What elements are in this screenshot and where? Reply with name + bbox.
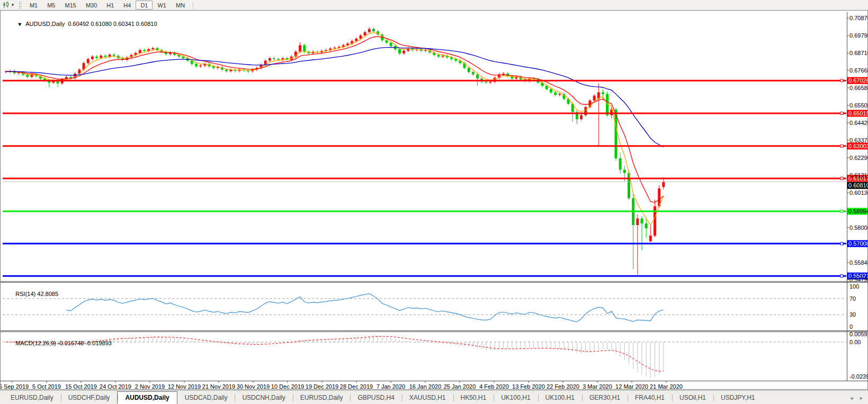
- y-axis-tick-label: 0.66580: [849, 85, 868, 91]
- x-axis-date-label: 30 Nov 2019: [237, 383, 270, 390]
- price-line-handle[interactable]: [840, 243, 843, 245]
- rsi-axis-label: 30: [849, 311, 856, 318]
- y-axis-tick-label: 0.67660: [849, 67, 868, 74]
- chart-tab-uk100-h1[interactable]: UK100,H1: [538, 392, 582, 404]
- timeframe-button-h1[interactable]: H1: [102, 1, 119, 10]
- price-line-handle[interactable]: [840, 177, 843, 179]
- x-axis-date-label: 5 Oct 2019: [32, 383, 61, 390]
- timeframe-button-m30[interactable]: M30: [81, 1, 102, 10]
- x-axis-date-label: 24 Oct 2019: [100, 383, 131, 390]
- x-axis-date-label: 19 Dec 2019: [306, 383, 338, 390]
- timeframe-button-w1[interactable]: W1: [153, 1, 171, 10]
- y-axis-tick-label: 0.54790: [849, 276, 868, 283]
- chart-tab-audusd-daily[interactable]: AUDUSD,Daily: [117, 391, 177, 404]
- x-axis-date-label: 22 Feb 2020: [547, 383, 579, 390]
- price-line-handle[interactable]: [840, 210, 843, 213]
- x-axis-date-label: 3 Mar 2020: [583, 383, 612, 390]
- y-axis-tick-label: 0.63370: [849, 137, 868, 143]
- chart-tab-usdjpy-h1[interactable]: USDJPY,H1: [713, 392, 762, 404]
- macd-axis-label: 0.005923: [849, 331, 868, 337]
- chart-ohlc-values: 0.60492 0.61080 0.60341 0.60810: [68, 21, 157, 27]
- timeframe-button-mn[interactable]: MN: [171, 1, 190, 10]
- price-line-handle[interactable]: [840, 112, 843, 114]
- chevron-down-icon[interactable]: ▼: [11, 3, 15, 7]
- x-axis-date-label: 21 Mar 2020: [650, 383, 683, 390]
- plot-background: [2, 12, 847, 381]
- x-axis-date-label: 12 Mar 2020: [615, 383, 648, 390]
- x-axis-date-label: 4 Feb 2020: [479, 383, 509, 390]
- timeframe-toolbar: ▼ M1M5M15M30H1H4D1W1MN: [0, 0, 868, 10]
- chart-tab-fra40-h1[interactable]: FRA40,H1: [628, 392, 672, 404]
- x-axis-date-label: 26 Sep 2019: [1, 383, 29, 390]
- current-price-label: 0.60810: [848, 182, 868, 188]
- app-window: ▼ M1M5M15M30H1H4D1W1MN ▼AUDUSD,Daily 0.6…: [0, 0, 868, 404]
- chart-tab-bar: EURUSD,DailyUSDCHF,DailyAUDUSD,DailyUSDC…: [0, 390, 868, 404]
- chart-tab-usdchf-daily[interactable]: USDCHF,Daily: [61, 392, 118, 404]
- chart-tab-eurusd-daily[interactable]: EURUSD,Daily: [293, 392, 351, 404]
- timeframe-button-d1[interactable]: D1: [136, 1, 153, 10]
- x-axis-date-label: 15 Oct 2019: [65, 383, 97, 390]
- x-axis-date-label: 21 Nov 2019: [202, 383, 235, 390]
- timeframe-button-m1[interactable]: M1: [25, 1, 42, 10]
- macd-name: MACD(12,26,9): [15, 340, 56, 346]
- x-axis-date-label: 13 Feb 2020: [512, 383, 545, 390]
- y-axis-tick-label: 0.62290: [849, 155, 868, 161]
- timeframe-button-m15[interactable]: M15: [60, 1, 80, 10]
- price-line-badge-label: 0.58994: [848, 208, 868, 214]
- y-axis-tick-label: 0.55840: [849, 259, 868, 266]
- timeframe-button-h4[interactable]: H4: [119, 1, 136, 10]
- macd-axis-label: 0.00: [849, 339, 861, 345]
- chart-tab-hk50-h1[interactable]: HK50,H1: [453, 392, 494, 404]
- price-line-badge-label: 0.65015: [848, 110, 868, 116]
- chart-title: ▼AUDUSD,Daily 0.60492 0.61080 0.60341 0.…: [8, 14, 157, 33]
- chart-tab-uk100-h1[interactable]: UK100,H1: [494, 392, 538, 404]
- y-axis-tick-label: 0.69790: [849, 32, 868, 39]
- macd-indicator-label: MACD(12,26,9) -0.016748 -0.019893: [6, 334, 112, 353]
- tab-scroll-left-icon[interactable]: ◄: [849, 396, 854, 401]
- macd-axis-label: -0.023944: [849, 373, 868, 380]
- tab-scroll-right-icon[interactable]: ►: [859, 396, 864, 401]
- x-axis-labels: 26 Sep 20195 Oct 201915 Oct 201924 Oct 2…: [1, 381, 683, 390]
- x-axis-date-label: 12 Nov 2019: [168, 383, 201, 390]
- x-axis-date-label: 7 Jan 2020: [377, 383, 405, 390]
- candlestick-chart-icon[interactable]: [2, 1, 10, 9]
- price-line-badge-label: 0.57008: [848, 240, 868, 247]
- x-axis-date-label: 28 Dec 2019: [340, 383, 373, 390]
- y-axis-tick-label: 0.64420: [849, 120, 868, 126]
- macd-values: -0.016748 -0.019893: [58, 340, 112, 346]
- price-line-handle[interactable]: [840, 79, 843, 82]
- y-axis-tick-label: 0.60130: [849, 190, 868, 196]
- rsi-axis-label: 70: [849, 295, 856, 302]
- rsi-axis-label: 100: [849, 283, 859, 290]
- price-line-badge-label: 0.67026: [848, 77, 868, 84]
- chart-tab-usdcnh-daily[interactable]: USDCNH,Daily: [235, 392, 292, 404]
- y-axis-tick-label: 0.68710: [849, 50, 868, 56]
- x-axis-date-label: 16 Jan 2020: [409, 383, 442, 390]
- chart-tab-gbpusd-h4[interactable]: GBPUSD,H4: [350, 392, 401, 404]
- rsi-value: 42.8085: [37, 291, 58, 297]
- chart-symbol-label: AUDUSD,Daily: [25, 21, 65, 27]
- chart-tab-ger30-h1[interactable]: GER30,H1: [582, 392, 628, 404]
- chart-window: ▼AUDUSD,Daily 0.60492 0.61080 0.60341 0.…: [0, 10, 868, 390]
- toolbar-drag-handle[interactable]: [19, 2, 22, 8]
- price-line-badge-label: 0.63003: [848, 143, 868, 149]
- chart-tab-xauusd-h1[interactable]: XAUUSD,H1: [402, 392, 453, 404]
- collapse-triangle-icon[interactable]: ▼: [17, 22, 23, 27]
- chart-canvas[interactable]: 0.670260.650150.630030.610170.589940.570…: [1, 11, 868, 390]
- rsi-name: RSI(14): [15, 291, 35, 297]
- y-axis-tick-label: 0.70870: [849, 15, 868, 21]
- y-axis-tick-label: 0.65500: [849, 102, 868, 109]
- chart-tab-usdcad-daily[interactable]: USDCAD,Daily: [177, 392, 235, 404]
- timeframe-button-m5[interactable]: M5: [42, 1, 60, 10]
- rsi-indicator-label: RSI(14) 42.8085: [6, 284, 58, 303]
- chart-tab-usoil-h1[interactable]: USOil,H1: [672, 392, 713, 404]
- chart-tab-eurusd-daily[interactable]: EURUSD,Daily: [3, 392, 61, 404]
- toolbar-separator: [193, 2, 193, 9]
- price-line-handle[interactable]: [840, 275, 843, 277]
- x-axis-date-label: 2 Nov 2019: [135, 383, 165, 390]
- x-axis-date-label: 10 Dec 2019: [271, 383, 304, 390]
- x-axis-date-label: 25 Jan 2020: [444, 383, 476, 390]
- price-line-handle[interactable]: [840, 145, 843, 147]
- y-axis-tick-label: 0.61210: [849, 172, 868, 178]
- rsi-axis-label: 0: [849, 324, 853, 330]
